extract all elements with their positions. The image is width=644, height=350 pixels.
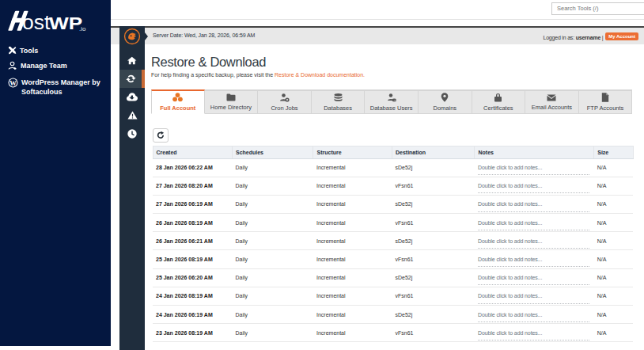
svg-text:.io: .io: [79, 25, 86, 32]
svg-text:WP: WP: [49, 14, 82, 33]
svg-text:W: W: [9, 79, 17, 87]
svg-text:ost: ost: [22, 10, 51, 34]
